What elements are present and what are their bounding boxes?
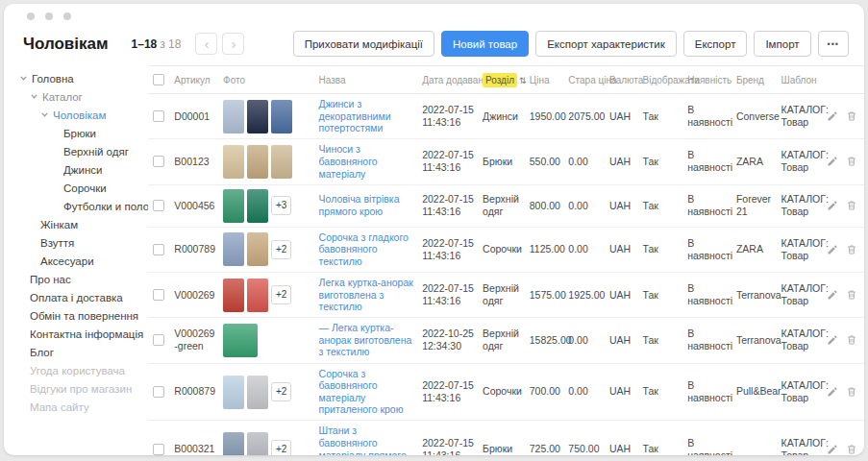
more-photos-badge[interactable]: +2 (271, 382, 291, 401)
column-photo[interactable]: Фото (220, 66, 315, 94)
more-photos-badge[interactable]: +2 (271, 285, 291, 304)
sidebar-item[interactable]: Чоловікам (19, 106, 148, 124)
product-name-link[interactable]: Легка куртка-анорак виготовлена з тексти… (319, 277, 417, 313)
trash-icon[interactable] (846, 200, 857, 211)
sidebar-item[interactable]: Брюки (19, 124, 148, 142)
sidebar-item[interactable]: Оплата і доставка (19, 288, 148, 306)
window-control-dot[interactable] (27, 12, 35, 20)
column-currency[interactable]: Валюта (607, 66, 640, 94)
column-name[interactable]: Назва (316, 66, 420, 94)
export-characteristics-button[interactable]: Експорт характеристик (535, 31, 677, 57)
more-photos-badge[interactable]: +2 (271, 240, 291, 259)
product-photo[interactable] (271, 100, 292, 133)
export-button[interactable]: Експорт (683, 31, 748, 57)
column-sku[interactable]: Артикул (171, 66, 220, 94)
product-photo[interactable] (247, 232, 268, 266)
product-price: 1125.00 (527, 227, 566, 272)
sidebar-item[interactable]: Контактна інформація (19, 325, 148, 343)
trash-icon[interactable] (846, 444, 857, 455)
sidebar-item[interactable]: Каталог (19, 87, 148, 106)
sidebar-item[interactable]: Аксесуари (19, 252, 148, 270)
row-checkbox[interactable] (153, 244, 164, 255)
window-control-dot[interactable] (63, 12, 71, 20)
column-price[interactable]: Ціна (527, 66, 566, 94)
product-name-link[interactable]: Чиноси з бавовняного матеріалу (319, 143, 417, 180)
sort-arrows-icon[interactable]: ⇅ (519, 76, 527, 85)
product-name-link[interactable]: Чоловіча вітрівка прямого крою (319, 193, 417, 217)
prev-page-button[interactable]: ‹ (195, 33, 217, 55)
product-photo[interactable] (247, 189, 268, 223)
sidebar-item[interactable]: Жінкам (19, 215, 148, 233)
product-photo[interactable] (247, 100, 268, 133)
hide-modifications-button[interactable]: Приховати модифікації (293, 31, 434, 57)
sidebar-item[interactable]: Угода користувача (19, 361, 148, 379)
pencil-icon[interactable] (827, 110, 838, 122)
product-name-link[interactable]: — Легка куртка-анорак виготовлена з текс… (319, 322, 417, 358)
pencil-icon[interactable] (827, 334, 838, 346)
row-checkbox[interactable] (153, 334, 164, 346)
column-availability[interactable]: Наявність (684, 66, 733, 94)
sidebar-item[interactable]: Про нас (19, 270, 148, 288)
pencil-icon[interactable] (827, 200, 838, 211)
product-photo[interactable] (247, 432, 268, 455)
column-brand[interactable]: Бренд (733, 66, 779, 94)
sidebar-item[interactable]: Сорочки (19, 179, 148, 197)
product-photo[interactable] (223, 189, 244, 223)
product-photo[interactable] (223, 279, 244, 312)
window-control-dot[interactable] (45, 12, 53, 20)
row-checkbox[interactable] (153, 289, 164, 301)
row-checkbox[interactable] (153, 444, 164, 455)
trash-icon[interactable] (846, 289, 857, 301)
pencil-icon[interactable] (827, 386, 838, 398)
column-date-added[interactable]: Дата додавання (419, 66, 480, 94)
row-checkbox[interactable] (153, 156, 164, 167)
trash-icon[interactable] (846, 110, 857, 122)
product-photo[interactable] (223, 324, 258, 357)
product-photo[interactable] (223, 145, 244, 179)
sidebar-item[interactable]: Взуття (19, 233, 148, 252)
row-checkbox[interactable] (153, 200, 164, 211)
new-product-button[interactable]: Новий товар (441, 31, 529, 57)
product-photo[interactable] (247, 279, 268, 312)
column-old-price[interactable]: Стара ціна (565, 66, 607, 94)
pencil-icon[interactable] (827, 289, 838, 301)
pencil-icon[interactable] (827, 156, 838, 167)
row-checkbox[interactable] (153, 110, 164, 122)
sidebar-item[interactable]: Блог (19, 343, 148, 361)
product-name-link[interactable]: Джинси з декоративними потертостями (319, 98, 417, 134)
next-page-button[interactable]: › (222, 33, 244, 55)
trash-icon[interactable] (846, 334, 857, 346)
more-actions-button[interactable]: ••• (818, 31, 849, 57)
select-all-checkbox[interactable] (153, 74, 164, 85)
product-name-link[interactable]: Сорочка з гладкого бавовняного текстилю (319, 231, 417, 268)
more-photos-badge[interactable]: +3 (271, 196, 291, 215)
product-photo[interactable] (223, 432, 244, 455)
trash-icon[interactable] (846, 156, 857, 167)
more-photos-badge[interactable]: +2 (271, 440, 291, 455)
pencil-icon[interactable] (827, 444, 838, 455)
product-photo[interactable] (271, 145, 292, 179)
product-photo[interactable] (247, 145, 268, 179)
pencil-icon[interactable] (827, 244, 838, 255)
product-name-link[interactable]: Штани з бавовняного матеріалу прямого кр… (319, 425, 417, 455)
product-name-link[interactable]: Сорочка з бавовняного матеріалу притален… (319, 368, 417, 416)
trash-icon[interactable] (846, 386, 857, 398)
sidebar-item[interactable]: Головна (19, 69, 148, 87)
row-checkbox[interactable] (153, 386, 164, 398)
sidebar-item[interactable]: Відгуки про магазин (19, 379, 148, 398)
product-photo[interactable] (223, 100, 244, 133)
sidebar-item[interactable]: Джинси (19, 160, 148, 179)
column-section-label[interactable]: Розділ (483, 73, 517, 87)
sidebar-item[interactable]: Обмін та повернення (19, 306, 148, 325)
product-photo[interactable] (223, 232, 244, 266)
product-photo[interactable] (223, 376, 244, 409)
column-template[interactable]: Шаблон (779, 66, 830, 94)
product-photo[interactable] (247, 376, 268, 409)
import-button[interactable]: Імпорт (754, 31, 810, 57)
sidebar-item[interactable]: Верхній одяг (19, 142, 148, 160)
sidebar-item[interactable]: Футболки и поло (19, 197, 148, 215)
trash-icon[interactable] (846, 244, 857, 255)
product-row: D00001Джинси з декоративними потертостям… (148, 94, 864, 139)
sidebar-item[interactable]: Мапа сайту (19, 398, 148, 416)
column-display[interactable]: Відображати (639, 66, 684, 94)
